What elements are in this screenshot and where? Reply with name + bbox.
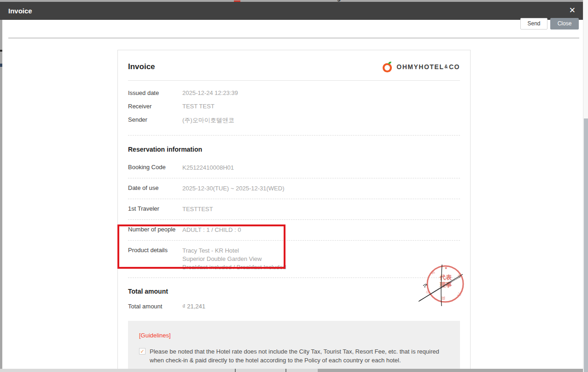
booking-code-value: K25122410008H01 — [182, 164, 234, 172]
send-button[interactable]: Send — [520, 18, 547, 30]
svg-text:★: ★ — [444, 266, 448, 270]
number-of-people-value: ADULT : 1 / CHILD : 0 — [182, 226, 241, 234]
product-meal-plan: Breakfast included / Breakfast Included — [182, 264, 286, 271]
total-section-heading: Total amount — [128, 288, 460, 295]
product-details-value: Tracy Test - KR Hotel Superior Double Ga… — [182, 247, 286, 272]
receiver-value: TEST TEST — [182, 103, 215, 110]
background-text-fragment — [0, 64, 2, 67]
number-of-people-label: Number of people — [128, 226, 182, 234]
total-amount-value: ₫ 21,241 — [182, 303, 205, 310]
invoice-title: Invoice — [128, 62, 155, 71]
brand-name: OHMYHOTEL&CO — [396, 63, 460, 71]
total-amount-label: Total amount — [128, 303, 182, 310]
sender-row: Sender (주)오마이호텔앤코 — [128, 113, 460, 128]
brand-part2: CO — [449, 63, 460, 71]
toolbar-divider — [8, 38, 579, 38]
checkbox-checked-icon[interactable]: ✓ — [139, 348, 146, 354]
sender-value: (주)오마이호텔앤코 — [182, 116, 234, 124]
orange-fruit-icon — [382, 60, 394, 73]
product-details-label: Product details — [128, 247, 182, 272]
reservation-rows: Booking Code K25122410008H01 Date of use… — [128, 158, 460, 278]
issued-date-row: Issued date 2025-12-24 12:23:39 — [128, 86, 460, 100]
guidelines-box: [Guidelines] ✓ Please be noted that the … — [128, 321, 460, 372]
date-of-use-label: Date of use — [128, 184, 182, 193]
sender-label: Sender — [128, 116, 182, 124]
modal-header: Invoice ✕ — [0, 2, 583, 20]
brand-logo: OHMYHOTEL&CO — [382, 60, 460, 73]
svg-text:回: 回 — [442, 296, 445, 300]
section-divider — [128, 135, 460, 136]
product-hotel-name: Tracy Test - KR Hotel — [182, 247, 239, 254]
receiver-label: Receiver — [128, 103, 182, 110]
guidelines-heading: [Guidelines] — [139, 332, 449, 339]
number-of-people-row: Number of people ADULT : 1 / CHILD : 0 — [128, 220, 460, 241]
booking-code-row: Booking Code K25122410008H01 — [128, 158, 460, 178]
svg-text:司: 司 — [431, 270, 436, 275]
background-page-title: Booking Detail ☆ — [317, 0, 366, 1]
background-text-fragment — [0, 50, 2, 52]
booking-code-label: Booking Code — [128, 164, 182, 172]
invoice-header-row: Invoice OHMYHOTEL&CO — [128, 50, 460, 73]
issued-date-value: 2025-12-24 12:23:39 — [182, 89, 238, 96]
modal-title: Invoice — [8, 7, 32, 15]
product-room-type: Superior Double Garden View — [182, 255, 262, 262]
reservation-section-heading: Reservation information — [128, 146, 460, 153]
guideline-item: ✓ Please be noted that the Hotel rate do… — [139, 347, 449, 365]
brand-part1: OHMYHOTEL — [396, 63, 444, 71]
receiver-row: Receiver TEST TEST — [128, 100, 460, 113]
background-table-divider — [235, 369, 236, 372]
first-traveler-row: 1st Traveler TESTTEST — [128, 199, 460, 220]
vertical-scrollbar[interactable] — [583, 0, 588, 372]
invoice-card: Invoice OHMYHOTEL&CO Issued date 2025-12… — [117, 50, 471, 372]
company-seal-stamp: 代表 理事 ★ 司 市 公 代 回 — [417, 262, 467, 308]
issued-date-label: Issued date — [128, 89, 182, 96]
total-amount-row: Total amount ₫ 21,241 — [128, 303, 460, 310]
guideline-text: Please be noted that the Hotel rate does… — [150, 347, 449, 365]
background-page-left-sliver — [0, 2, 2, 369]
invoice-meta-section: Issued date 2025-12-24 12:23:39 Receiver… — [128, 81, 460, 135]
background-table-divider — [285, 369, 286, 372]
background-page-bottom-sliver — [0, 369, 583, 372]
brand-ampersand: & — [444, 64, 448, 69]
close-button[interactable]: Close — [550, 18, 579, 30]
date-of-use-row: Date of use 2025-12-30(TUE) ~ 2025-12-31… — [128, 178, 460, 199]
date-of-use-value: 2025-12-30(TUE) ~ 2025-12-31(WED) — [182, 184, 284, 193]
first-traveler-label: 1st Traveler — [128, 205, 182, 213]
scrollbar-thumb[interactable] — [584, 118, 588, 372]
close-icon[interactable]: ✕ — [569, 6, 576, 15]
product-details-row: Product details Tracy Test - KR Hotel Su… — [128, 241, 460, 278]
first-traveler-value: TESTTEST — [182, 205, 213, 213]
background-table-segment — [318, 369, 583, 372]
